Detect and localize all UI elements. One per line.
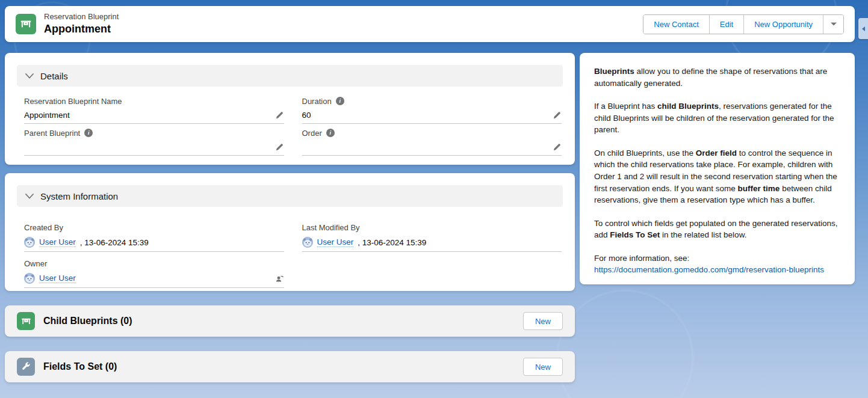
- help-bold: child Blueprints: [657, 102, 719, 111]
- section-title: Details: [40, 71, 68, 81]
- field-parent-blueprint: Parent Blueprint i: [24, 127, 284, 156]
- owner-user-link[interactable]: User User: [39, 274, 76, 283]
- info-icon[interactable]: i: [84, 129, 93, 137]
- help-text: On child Blueprints, use the: [594, 148, 696, 158]
- help-bold: Order field: [696, 148, 737, 158]
- help-bold: buffer time: [738, 184, 780, 193]
- last-modified-date: , 13-06-2024 15:39: [358, 238, 426, 247]
- help-bold: Blueprints: [594, 67, 634, 76]
- new-opportunity-button[interactable]: New Opportunity: [743, 15, 823, 34]
- record-type-label: Reservation Blueprint: [44, 13, 119, 22]
- edit-duration-button[interactable]: [553, 111, 562, 120]
- field-reservation-blueprint-name: Reservation Blueprint Name Appointment: [24, 95, 284, 124]
- help-paragraph: If a Blueprint has child Blueprints, res…: [594, 100, 840, 136]
- record-header: Reservation Blueprint Appointment New Co…: [5, 6, 855, 42]
- info-icon[interactable]: i: [326, 129, 335, 137]
- user-avatar-icon: [24, 237, 35, 248]
- user-avatar-icon: [302, 237, 313, 248]
- help-paragraph: To control which fields get populated on…: [594, 218, 840, 241]
- field-owner: Owner User User: [24, 257, 284, 288]
- created-date: , 13-06-2024 15:39: [80, 238, 149, 247]
- created-by-user-link[interactable]: User User: [39, 237, 76, 247]
- info-icon[interactable]: i: [336, 97, 344, 105]
- page-title: Appointment: [44, 23, 119, 35]
- help-text: For more information, see:: [594, 254, 689, 263]
- edit-parent-blueprint-button[interactable]: [275, 142, 284, 152]
- new-contact-button[interactable]: New Contact: [643, 15, 708, 34]
- fields-to-set-related-list: Fields To Set (0) New: [5, 351, 575, 382]
- details-card: Details Reservation Blueprint Name Appoi…: [5, 53, 575, 165]
- chevron-left-icon: [861, 26, 866, 32]
- pencil-icon: [275, 142, 284, 152]
- change-owner-icon: [274, 274, 284, 283]
- field-order: Order i: [302, 127, 562, 156]
- chevron-down-icon: [25, 194, 34, 199]
- last-modified-by-user-link[interactable]: User User: [317, 237, 354, 247]
- field-last-modified-by: Last Modified By User User , 13-06-2024 …: [302, 221, 562, 252]
- pencil-icon: [553, 142, 562, 152]
- field-label: Owner: [24, 257, 284, 269]
- help-paragraph: For more information, see: https://docum…: [594, 253, 840, 276]
- related-list-title[interactable]: Child Blueprints (0): [43, 316, 132, 326]
- help-bold: Fields To Set: [610, 230, 660, 239]
- edit-button[interactable]: Edit: [709, 15, 743, 34]
- child-blueprints-icon: [17, 312, 35, 330]
- system-information-card: System Information Created By User User …: [5, 173, 575, 291]
- app-background: { "colors": {"accent": "#0176d3", "link"…: [0, 0, 868, 398]
- desk-icon: [20, 316, 32, 327]
- help-text: in the related list below.: [660, 230, 746, 239]
- field-label: Reservation Blueprint Name: [24, 95, 284, 107]
- avatar: [24, 273, 35, 284]
- new-field-to-set-button[interactable]: New: [523, 358, 563, 376]
- action-button-group: New Contact Edit New Opportunity: [643, 14, 844, 34]
- chevron-down-icon: [25, 73, 34, 79]
- section-title: System Information: [40, 191, 118, 201]
- documentation-link[interactable]: https://documentation.gomeddo.com/gmd/re…: [594, 265, 824, 274]
- user-avatar-icon: [24, 273, 35, 284]
- field-value: 60: [302, 111, 553, 120]
- avatar: [24, 237, 35, 248]
- field-label: Order: [302, 129, 322, 138]
- wrench-icon: [20, 361, 31, 372]
- field-label: Parent Blueprint: [24, 129, 80, 138]
- help-paragraph: On child Blueprints, use the Order field…: [594, 147, 840, 206]
- field-created-by: Created By User User , 13-06-2024 15:39: [24, 221, 284, 252]
- blueprint-help-panel: Blueprints allow you to define the shape…: [580, 53, 855, 284]
- more-actions-button[interactable]: [823, 15, 843, 34]
- chevron-down-icon: [830, 22, 837, 26]
- help-paragraph: Blueprints allow you to define the shape…: [594, 66, 840, 89]
- avatar: [302, 237, 313, 248]
- field-value: Appointment: [24, 111, 275, 120]
- fields-to-set-icon: [17, 358, 35, 376]
- edit-name-button[interactable]: [275, 111, 284, 120]
- change-owner-button[interactable]: [274, 274, 284, 283]
- field-label: Last Modified By: [302, 221, 562, 233]
- field-label: Duration: [302, 97, 332, 106]
- field-duration: Duration i 60: [302, 95, 562, 124]
- child-blueprints-related-list: Child Blueprints (0) New: [5, 305, 575, 337]
- field-label: Created By: [24, 221, 284, 233]
- desk-icon: [19, 17, 33, 31]
- reservation-blueprint-icon: [16, 14, 36, 34]
- edit-order-button[interactable]: [553, 142, 562, 152]
- pencil-icon: [553, 111, 562, 120]
- system-information-section-header[interactable]: System Information: [17, 185, 563, 207]
- details-section-header[interactable]: Details: [17, 65, 563, 87]
- help-text: If a Blueprint has: [594, 102, 657, 111]
- collapse-panel-tab[interactable]: [858, 18, 868, 39]
- new-child-blueprint-button[interactable]: New: [523, 312, 563, 330]
- related-list-title[interactable]: Fields To Set (0): [43, 361, 117, 372]
- pencil-icon: [275, 111, 284, 120]
